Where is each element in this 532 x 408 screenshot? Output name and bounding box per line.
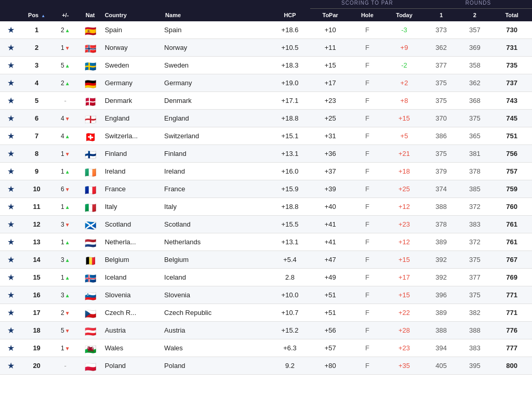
favorite-star[interactable]: ★ xyxy=(0,180,21,198)
favorite-star[interactable]: ★ xyxy=(0,39,21,57)
arrow-down-icon: ▼ xyxy=(65,187,70,192)
favorite-star[interactable]: ★ xyxy=(0,163,21,180)
favorite-star[interactable]: ★ xyxy=(0,233,21,251)
favorite-star[interactable]: ★ xyxy=(0,251,21,269)
favorite-star[interactable]: ★ xyxy=(0,74,21,92)
star-icon[interactable]: ★ xyxy=(7,185,15,193)
today-cell: +15 xyxy=(384,286,424,304)
star-icon[interactable]: ★ xyxy=(7,149,15,158)
change-cell: 5▼ xyxy=(52,322,79,339)
change-cell: 2▲ xyxy=(52,21,79,39)
flag-cell: 🇩🇰 xyxy=(79,92,102,110)
change-cell: 5▲ xyxy=(52,57,79,74)
favorite-star[interactable]: ★ xyxy=(0,92,21,110)
star-icon[interactable]: ★ xyxy=(7,344,15,352)
star-icon[interactable]: ★ xyxy=(7,114,15,123)
star-icon[interactable]: ★ xyxy=(7,291,15,299)
star-icon[interactable]: ★ xyxy=(7,25,15,34)
favorite-star[interactable]: ★ xyxy=(0,145,21,163)
total-cell: 760 xyxy=(491,198,532,216)
favorite-star[interactable]: ★ xyxy=(0,21,21,39)
flag-cell: 🇮🇪 xyxy=(79,163,102,180)
hole-cell: F xyxy=(351,39,384,57)
today-cell: +28 xyxy=(384,322,424,339)
hole-cell: F xyxy=(351,251,384,269)
round1-cell: 362 xyxy=(424,39,458,57)
round1-cell: 378 xyxy=(424,216,458,233)
today-cell: +12 xyxy=(384,198,424,216)
country-cell: Belgium xyxy=(162,251,270,269)
position-cell: 10 xyxy=(21,180,51,198)
position-cell: 18 xyxy=(21,322,51,339)
favorite-star[interactable]: ★ xyxy=(0,339,21,357)
total-cell: 737 xyxy=(491,74,532,92)
header-pos[interactable]: Pos ▲ xyxy=(21,9,51,22)
change-indicator: 4▲ xyxy=(61,133,70,140)
change-indicator: 1▲ xyxy=(61,274,70,281)
star-icon[interactable]: ★ xyxy=(7,202,15,211)
favorite-star[interactable]: ★ xyxy=(0,57,21,74)
country-cell: Netherlands xyxy=(162,233,270,251)
hcp-cell: +18.6 xyxy=(270,21,310,39)
total-cell: 735 xyxy=(491,57,532,74)
arrow-down-icon: ▼ xyxy=(65,328,70,334)
star-icon[interactable]: ★ xyxy=(7,326,15,335)
nat-cell: Ireland xyxy=(102,163,162,180)
star-icon[interactable]: ★ xyxy=(7,238,15,246)
round1-cell: 375 xyxy=(424,145,458,163)
star-icon[interactable]: ★ xyxy=(7,61,15,70)
header-hcp: HCP xyxy=(270,9,310,22)
star-icon[interactable]: ★ xyxy=(7,43,15,52)
flag-cell: 🇫🇷 xyxy=(79,180,102,198)
arrow-down-icon: ▼ xyxy=(65,116,70,122)
star-icon[interactable]: ★ xyxy=(7,96,15,105)
favorite-star[interactable]: ★ xyxy=(0,127,21,145)
star-icon[interactable]: ★ xyxy=(7,361,15,370)
favorite-star[interactable]: ★ xyxy=(0,269,21,286)
country-flag: 🇩🇪 xyxy=(85,80,96,87)
position-cell: 6 xyxy=(21,110,51,127)
total-cell: 771 xyxy=(491,304,532,322)
favorite-star[interactable]: ★ xyxy=(0,216,21,233)
today-cell: +5 xyxy=(384,127,424,145)
star-icon[interactable]: ★ xyxy=(7,78,15,87)
favorite-star[interactable]: ★ xyxy=(0,198,21,216)
rounds-label: ROUNDS xyxy=(424,0,532,9)
hole-cell: F xyxy=(351,269,384,286)
round2-cell: 378 xyxy=(458,163,492,180)
table-row: ★111▲🇮🇹ItalyItaly+18.8+40F+12388372760 xyxy=(0,198,532,216)
star-icon[interactable]: ★ xyxy=(7,131,15,140)
country-flag: 🇮🇹 xyxy=(85,203,96,210)
favorite-star[interactable]: ★ xyxy=(0,322,21,339)
country-flag: 🏴󠁧󠁢󠁳󠁣󠁴󠁿 xyxy=(85,221,96,228)
favorite-star[interactable]: ★ xyxy=(0,110,21,127)
table-row: ★91▲🇮🇪IrelandIreland+16.0+37F+1837937875… xyxy=(0,163,532,180)
change-indicator: 1▲ xyxy=(61,168,70,175)
star-icon[interactable]: ★ xyxy=(7,273,15,282)
hole-cell: F xyxy=(351,357,384,375)
round2-cell: 385 xyxy=(458,180,492,198)
favorite-star[interactable]: ★ xyxy=(0,357,21,375)
star-icon[interactable]: ★ xyxy=(7,308,15,317)
hcp-cell: +15.9 xyxy=(270,180,310,198)
star-icon[interactable]: ★ xyxy=(7,255,15,264)
position-cell: 12 xyxy=(21,216,51,233)
flag-cell: 🏴󠁧󠁢󠁷󠁬󠁳󠁿 xyxy=(79,339,102,357)
topar-cell: +39 xyxy=(310,180,351,198)
star-icon[interactable]: ★ xyxy=(7,167,15,176)
change-indicator: 5▲ xyxy=(61,62,70,69)
table-row: ★191▼🏴󠁧󠁢󠁷󠁬󠁳󠁿WalesWales+6.3+57F+233943837… xyxy=(0,339,532,357)
favorite-star[interactable]: ★ xyxy=(0,286,21,304)
topar-cell: +80 xyxy=(310,357,351,375)
round1-cell: 386 xyxy=(424,127,458,145)
round2-cell: 383 xyxy=(458,216,492,233)
star-icon[interactable]: ★ xyxy=(7,220,15,229)
table-row: ★131▲🇳🇱Netherla...Netherlands+13.1+41F+1… xyxy=(0,233,532,251)
round2-cell: 372 xyxy=(458,233,492,251)
header-star xyxy=(0,9,21,22)
favorite-star[interactable]: ★ xyxy=(0,304,21,322)
hole-cell: F xyxy=(351,74,384,92)
change-indicator: 1▲ xyxy=(61,203,70,210)
header-r1: 1 xyxy=(424,9,458,22)
hole-cell: F xyxy=(351,163,384,180)
